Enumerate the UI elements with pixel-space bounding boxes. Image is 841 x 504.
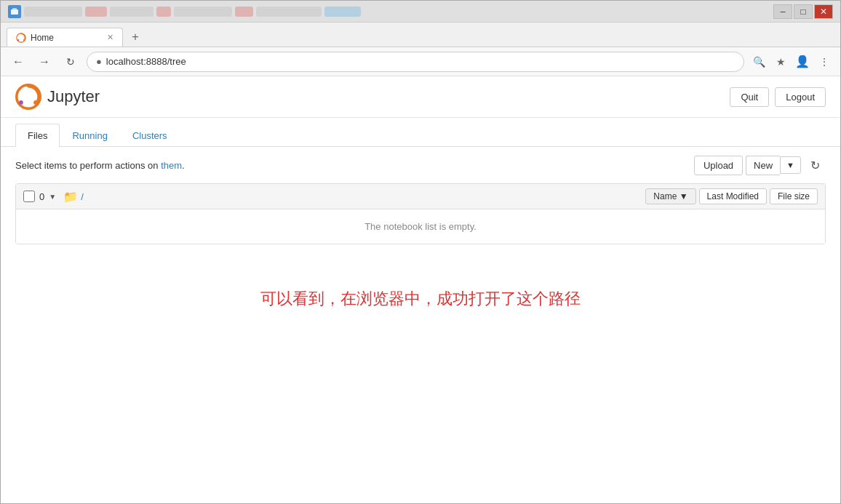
back-button[interactable]: ← [8,52,28,72]
blurred-item5 [235,7,253,17]
lock-icon: ● [96,56,102,67]
file-count: 0 [39,191,44,202]
menu-icon[interactable]: ⋮ [816,53,833,71]
new-button[interactable]: New [746,156,780,175]
title-bar-left [8,5,361,18]
page-content: Jupyter Quit Logout Files Running Cluste… [1,76,840,503]
header-buttons: Quit Logout [730,87,826,107]
file-list-header: 0 ▼ 📁 / Name ▼ Last Modified File size [16,184,825,209]
url-display: localhost:8888/tree [106,56,735,67]
address-bar-input[interactable]: ● localhost:8888/tree [87,52,744,72]
tab-label: Home [31,33,54,43]
svg-point-6 [33,100,38,105]
forward-button[interactable]: → [34,52,55,72]
blurred-item3 [156,7,171,17]
file-path[interactable]: / [81,191,84,202]
browser-tab-home[interactable]: Home ✕ [7,28,123,47]
sort-file-size-button[interactable]: File size [770,188,818,204]
svg-point-7 [19,100,23,105]
svg-point-3 [23,39,25,40]
address-bar: ← → ↻ ● localhost:8888/tree 🔍 ★ 👤 ⋮ [1,47,840,76]
bookmark-icon[interactable]: ★ [772,53,789,71]
logout-button[interactable]: Logout [775,87,826,107]
jupyter-logo: Jupyter [15,84,100,110]
blurred-tab-info [24,7,82,17]
close-button[interactable]: ✕ [814,4,833,19]
jupyter-favicon [16,33,26,43]
profile-icon[interactable]: 👤 [794,53,811,71]
title-bar: – □ ✕ [1,1,840,23]
svg-point-2 [17,33,26,42]
browser-action-icons: 🔍 ★ 👤 ⋮ [750,53,833,71]
select-all-checkbox[interactable] [23,191,35,202]
folder-icon: 📁 [63,190,78,204]
svg-point-5 [17,85,40,108]
blurred-item4 [174,7,232,17]
upload-button[interactable]: Upload [694,156,743,175]
select-info-text: Select items to perform actions on them. [15,160,185,171]
blurred-item1 [85,7,107,17]
annotation-text: 可以看到，在浏览器中，成功打开了这个路径 [1,288,840,310]
blurred-item7 [324,7,361,17]
svg-point-4 [17,39,19,40]
window-controls: – □ ✕ [773,4,833,19]
file-list-empty-message: The notebook list is empty. [16,209,825,244]
minimize-button[interactable]: – [773,4,792,19]
browser-tab-strip: Home ✕ + [1,23,840,47]
header-sort: Name ▼ Last Modified File size [645,188,818,204]
sort-name-button[interactable]: Name ▼ [645,188,695,204]
tab-running[interactable]: Running [60,124,119,147]
sort-last-modified-button[interactable]: Last Modified [699,188,767,204]
jupyter-header: Jupyter Quit Logout [1,76,840,118]
jupyter-logo-svg [15,84,41,110]
browser-icon [8,5,21,18]
file-list-container: 0 ▼ 📁 / Name ▼ Last Modified File size T… [15,183,826,244]
new-dropdown-arrow-button[interactable]: ▼ [780,156,801,174]
jupyter-tabs: Files Running Clusters [1,118,840,147]
jupyter-toolbar: Select items to perform actions on them.… [1,147,840,183]
tab-clusters[interactable]: Clusters [120,124,180,147]
svg-rect-0 [11,9,18,15]
svg-rect-1 [12,8,17,10]
jupyter-title: Jupyter [47,87,100,106]
quit-button[interactable]: Quit [730,87,769,107]
new-tab-button[interactable]: + [126,28,145,47]
tab-close-icon[interactable]: ✕ [107,33,113,42]
new-dropdown: New ▼ [746,156,801,175]
sort-arrow: ▼ [679,191,688,201]
file-count-dropdown[interactable]: ▼ [49,193,56,201]
search-icon[interactable]: 🔍 [750,53,768,71]
tab-files[interactable]: Files [15,124,60,147]
toolbar-right: Upload New ▼ ↻ [694,154,826,176]
browser-window: – □ ✕ Home ✕ + ← → ↻ ● localhost:8888/tr… [0,0,841,504]
blurred-item2 [110,7,154,17]
refresh-button[interactable]: ↻ [804,154,826,176]
maximize-button[interactable]: □ [794,4,813,19]
reload-button[interactable]: ↻ [60,52,81,72]
blurred-item6 [256,7,322,17]
